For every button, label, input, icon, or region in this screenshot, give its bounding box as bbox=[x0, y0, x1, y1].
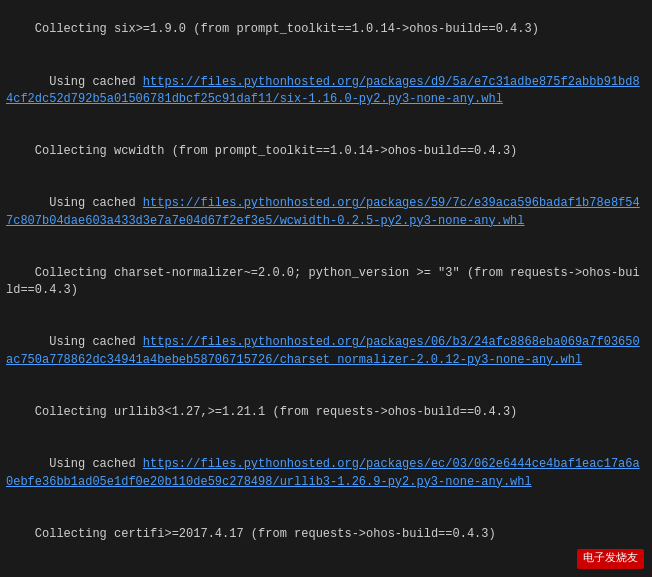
line-8: Using cached https://files.pythonhosted.… bbox=[6, 439, 646, 509]
line-3: Collecting wcwidth (from prompt_toolkit=… bbox=[6, 126, 646, 178]
line-4: Using cached https://files.pythonhosted.… bbox=[6, 178, 646, 248]
line-5: Collecting charset-normalizer~=2.0.0; py… bbox=[6, 247, 646, 317]
line-7: Collecting urllib3<1.27,>=1.21.1 (from r… bbox=[6, 387, 646, 439]
line-10: Using cached https://files.pythonhosted.… bbox=[6, 561, 646, 578]
line-9: Collecting certifi>=2017.4.17 (from requ… bbox=[6, 508, 646, 560]
watermark: 电子发烧友 bbox=[577, 549, 644, 569]
terminal-window: Collecting six>=1.9.0 (from prompt_toolk… bbox=[0, 0, 652, 577]
line-2: Using cached https://files.pythonhosted.… bbox=[6, 56, 646, 126]
line-6: Using cached https://files.pythonhosted.… bbox=[6, 317, 646, 387]
line-1: Collecting six>=1.9.0 (from prompt_toolk… bbox=[6, 4, 646, 56]
